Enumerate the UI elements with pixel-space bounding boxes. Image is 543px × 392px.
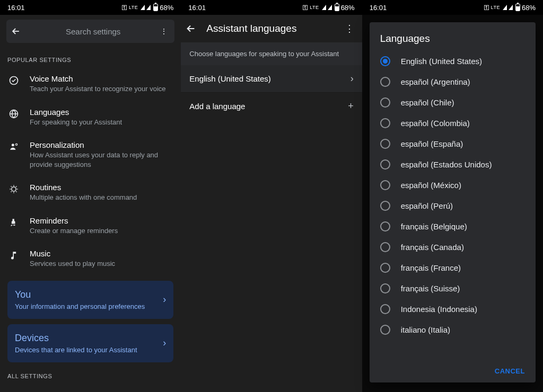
network-type: LTE (491, 5, 500, 10)
language-option[interactable]: español (Estados Unidos) (370, 154, 536, 175)
all-settings-header: ALL SETTINGS (0, 362, 181, 379)
primary-language-row[interactable]: English (United States) › (181, 65, 362, 93)
setting-title: Voice Match (30, 74, 173, 83)
language-option-label: français (Suisse) (401, 284, 460, 293)
language-option[interactable]: français (Suisse) (370, 278, 536, 299)
setting-row-person-gear[interactable]: PersonalizationHow Assistant uses your d… (0, 133, 181, 176)
language-option[interactable]: español (Colombia) (370, 113, 536, 133)
search-settings-bar[interactable]: Search settings ⋮ (6, 20, 174, 43)
status-time: 16:01 (188, 4, 206, 12)
setting-row-bell-hand[interactable]: RemindersCreate or manage reminders (0, 209, 181, 243)
primary-language-label: English (United States) (189, 74, 350, 83)
status-time: 16:01 (7, 4, 25, 12)
setting-row-routines[interactable]: RoutinesMultiple actions with one comman… (0, 176, 181, 209)
card-you[interactable]: YouYour information and personal prefere… (7, 281, 173, 319)
language-option[interactable]: français (Belgique) (370, 216, 536, 237)
setting-text: Voice MatchTeach your Assistant to recog… (30, 74, 173, 94)
popular-settings-header: POPULAR SETTINGS (0, 43, 181, 67)
signal-icon-2 (328, 5, 332, 10)
language-option-label: italiano (Italia) (401, 325, 450, 334)
svg-point-4 (12, 187, 16, 191)
radio-icon (380, 97, 390, 108)
setting-row-music-note[interactable]: MusicServices used to play music (0, 242, 181, 275)
search-placeholder: Search settings (29, 27, 157, 36)
overflow-menu-icon[interactable]: ⋮ (157, 27, 170, 35)
chevron-right-icon: › (163, 337, 166, 349)
language-option-label: español (Perú) (401, 201, 453, 210)
battery-icon (515, 4, 520, 11)
screen-title: Assistant languages (206, 23, 340, 34)
dialog-title: Languages (370, 22, 536, 51)
setting-row-globe[interactable]: LanguagesFor speaking to your Assistant (0, 101, 181, 134)
svg-point-2 (12, 144, 14, 146)
radio-icon (380, 201, 390, 211)
language-option-label: español (Colombia) (401, 119, 470, 128)
language-option[interactable]: español (México) (370, 175, 536, 195)
status-bar: 16:01 ⚿ LTE 68% (181, 0, 362, 15)
language-option[interactable]: italiano (Italia) (370, 319, 536, 340)
setting-subtitle: How Assistant uses your data to reply an… (30, 150, 173, 169)
back-icon[interactable] (11, 26, 29, 37)
battery-percent: 68% (160, 4, 173, 12)
chevron-right-icon: › (163, 294, 166, 305)
language-option[interactable]: Indonesia (Indonesia) (370, 299, 536, 319)
setting-text: LanguagesFor speaking to your Assistant (30, 108, 173, 127)
language-option-label: français (Belgique) (401, 222, 467, 231)
signal-icon-1 (322, 5, 326, 10)
setting-title: Personalization (30, 140, 173, 149)
language-option[interactable]: español (España) (370, 133, 536, 154)
radio-icon (380, 159, 390, 170)
radio-icon (380, 56, 390, 66)
battery-percent: 68% (341, 4, 355, 12)
card-text: YouYour information and personal prefere… (15, 289, 163, 310)
language-option-label: Indonesia (Indonesia) (401, 305, 477, 314)
status-bar: 16:01 ⚿ LTE 68% (0, 0, 181, 15)
setting-title: Reminders (30, 216, 173, 225)
setting-subtitle: For speaking to your Assistant (30, 118, 173, 127)
battery-percent: 68% (522, 4, 536, 12)
language-option-label: español (Chile) (401, 98, 454, 107)
language-option-label: español (España) (401, 139, 463, 148)
language-option[interactable]: français (France) (370, 257, 536, 278)
battery-icon (335, 4, 339, 11)
radio-icon (380, 325, 390, 335)
language-option-label: français (France) (401, 263, 461, 272)
signal-icon-2 (509, 5, 513, 10)
radio-icon (380, 221, 390, 231)
chevron-right-icon: › (351, 73, 354, 84)
network-type: LTE (310, 5, 319, 10)
back-icon[interactable] (185, 23, 206, 34)
radio-icon (380, 304, 390, 314)
language-option[interactable]: español (Chile) (370, 92, 536, 113)
language-options-list[interactable]: English (United States)español (Argentin… (370, 51, 536, 361)
cancel-button[interactable]: CANCEL (495, 367, 525, 375)
languages-subhead: Choose languages for speaking to your As… (181, 42, 362, 65)
language-option[interactable]: English (United States) (370, 51, 536, 72)
radio-icon (380, 77, 390, 87)
globe-icon (8, 108, 20, 119)
language-option[interactable]: français (Canada) (370, 237, 536, 257)
signal-icon-1 (503, 5, 507, 10)
card-text: DevicesDevices that are linked to your A… (15, 333, 163, 354)
setting-subtitle: Multiple actions with one command (30, 193, 173, 202)
add-language-row[interactable]: Add a language + (181, 93, 362, 120)
language-option[interactable]: español (Perú) (370, 195, 536, 216)
network-type: LTE (129, 5, 138, 10)
status-indicators: ⚿ LTE 68% (302, 4, 354, 12)
language-option-label: français (Canada) (401, 243, 464, 252)
person-gear-icon (8, 140, 20, 152)
setting-text: MusicServices used to play music (30, 249, 173, 269)
setting-text: PersonalizationHow Assistant uses your d… (30, 140, 173, 169)
radio-icon (380, 180, 390, 190)
setting-row-check-circle[interactable]: Voice MatchTeach your Assistant to recog… (0, 67, 181, 101)
settings-home-screen: 16:01 ⚿ LTE 68% Search settings ⋮ POPULA… (0, 0, 181, 392)
language-option[interactable]: español (Argentina) (370, 72, 536, 92)
setting-title: Languages (30, 108, 173, 117)
setting-title: Routines (30, 183, 173, 192)
language-picker-screen: 16:01 ⚿ LTE 68% ‹ C E A Languages Englis… (362, 0, 543, 392)
card-title: You (15, 289, 163, 300)
overflow-menu-icon[interactable]: ⋮ (341, 23, 358, 34)
card-devices[interactable]: DevicesDevices that are linked to your A… (7, 324, 173, 362)
status-bar: 16:01 ⚿ LTE 68% (362, 0, 543, 15)
language-option-label: español (Estados Unidos) (401, 160, 492, 169)
